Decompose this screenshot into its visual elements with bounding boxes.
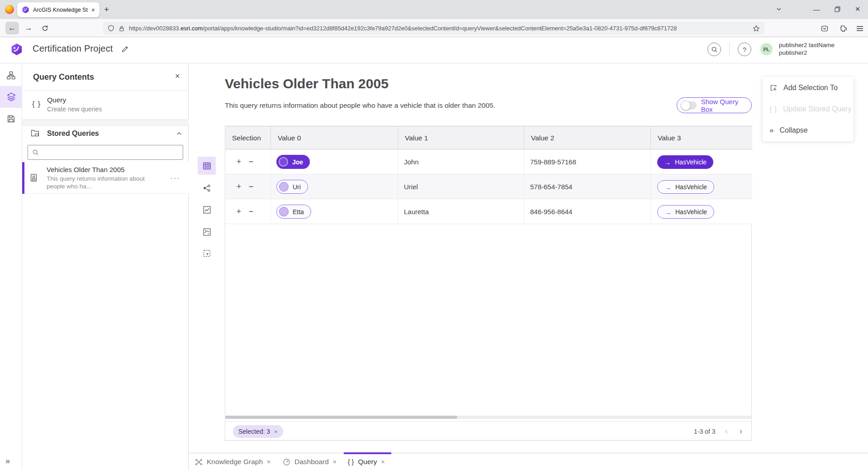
map-view-icon[interactable] (198, 223, 216, 241)
selected-count-chip[interactable]: Selected: 3 × (233, 425, 283, 438)
window-minimize-button[interactable]: — (806, 0, 827, 18)
col-header-value2[interactable]: Value 2 (524, 126, 650, 150)
query-description: This query returns information about peo… (225, 101, 495, 110)
url-bar[interactable]: https://dev0028833.esri.com/portal/apps/… (103, 22, 764, 35)
col-header-value1[interactable]: Value 1 (398, 126, 524, 150)
dashboard-gauge-icon (283, 458, 290, 466)
search-input[interactable] (43, 146, 181, 159)
table-row[interactable]: + − Joe John 759-889-57168 →HasVehicle (225, 149, 752, 174)
item-options-ellipsis[interactable]: ··· (171, 174, 180, 182)
header-search-button[interactable] (707, 43, 721, 56)
table-view-icon[interactable] (198, 157, 216, 175)
tab-close-icon[interactable]: × (333, 458, 337, 465)
panel-header: Query Contents × (22, 63, 189, 91)
stored-query-title: Vehicles Older Than 2005 (47, 166, 124, 173)
tab-close-icon[interactable]: × (381, 458, 384, 465)
add-to-selection-button[interactable]: + (233, 199, 244, 224)
relationship-pill[interactable]: →HasVehicle (657, 155, 713, 169)
panel-title: Query Contents (33, 72, 94, 82)
project-title: Certification Project (33, 43, 113, 54)
braces-icon: { } (348, 458, 354, 465)
show-query-box-toggle[interactable]: Show Query Box (677, 97, 752, 113)
cell-value1[interactable]: Uriel (404, 174, 418, 199)
pocket-icon[interactable] (818, 22, 831, 35)
extensions-puzzle-icon[interactable] (837, 22, 850, 35)
window-restore-button[interactable] (827, 0, 848, 18)
entity-dot-icon (279, 182, 289, 192)
cell-value1[interactable]: Lauretta (404, 199, 429, 224)
tab-dashboard[interactable]: Dashboard × (283, 453, 337, 470)
toggle-knob[interactable] (681, 101, 691, 110)
col-header-selection[interactable]: Selection (225, 126, 270, 150)
stored-queries-searchbox[interactable] (28, 145, 183, 160)
hamburger-menu-icon[interactable] (853, 22, 867, 35)
page-next-button[interactable]: › (735, 425, 747, 437)
tab-close-icon[interactable]: × (91, 7, 95, 13)
browser-tab-strip: ArcGIS Knowledge Studio × + — × (0, 0, 868, 19)
remove-from-selection-button[interactable]: − (246, 174, 256, 199)
tab-knowledge-graph[interactable]: Knowledge Graph × (195, 453, 270, 470)
help-button[interactable]: ? (738, 43, 751, 56)
chart-view-icon[interactable] (198, 201, 216, 219)
clear-selection-icon[interactable]: × (274, 428, 278, 435)
query-create-item[interactable]: { } Query Create new queries (22, 91, 189, 120)
page-prev-button[interactable]: ‹ (721, 425, 732, 437)
menu-item-add-selection-to[interactable]: Add Selection To (763, 77, 854, 98)
link-chart-icon[interactable] (198, 179, 216, 197)
braces-icon: { } (769, 105, 777, 113)
cell-value1[interactable]: John (404, 149, 419, 174)
col-header-value3[interactable]: Value 3 (650, 126, 752, 150)
reload-button[interactable] (38, 22, 52, 34)
expand-rail-chevrons[interactable]: » (5, 456, 10, 466)
cell-value2[interactable]: 759-889-57168 (530, 149, 576, 174)
window-close-button[interactable]: × (847, 0, 868, 18)
query-item-subtitle: Create new queries (47, 106, 102, 113)
entity-pill[interactable]: Etta (276, 205, 311, 219)
add-to-selection-button[interactable]: + (233, 149, 244, 174)
tab-favicon-icon (22, 6, 29, 14)
double-chevron-icon: » (769, 126, 773, 135)
back-button[interactable]: ← (5, 22, 19, 34)
table-footer: Selected: 3 × 1-3 of 3 ‹ › (225, 421, 752, 441)
stored-queries-title: Stored Queries (47, 129, 99, 138)
table-row[interactable]: + − Etta Lauretta 846-956-8644 →HasVehic… (225, 199, 752, 224)
scrollbar-thumb[interactable] (225, 416, 457, 419)
stored-queries-header[interactable]: Stored Queries (22, 126, 189, 142)
padlock-icon[interactable] (119, 25, 125, 32)
cell-value2[interactable]: 846-956-8644 (530, 199, 572, 224)
forward-button[interactable]: → (22, 22, 35, 34)
data-model-sitemap-icon[interactable] (0, 64, 22, 86)
new-tab-button[interactable]: + (104, 5, 109, 14)
panel-gap (22, 120, 189, 126)
menu-item-collapse[interactable]: » Collapse (763, 120, 854, 141)
contents-layers-icon[interactable] (0, 86, 22, 108)
col-header-value0[interactable]: Value 0 (270, 126, 398, 150)
tab-list-chevron-icon[interactable] (768, 0, 789, 18)
relationship-pill[interactable]: →HasVehicle (657, 180, 714, 194)
url-text[interactable]: https://dev0028833.esri.com/portal/apps/… (129, 25, 749, 32)
cell-value2[interactable]: 578-654-7854 (530, 174, 572, 199)
entity-pill[interactable]: Uri (276, 180, 308, 194)
browser-tab[interactable]: ArcGIS Knowledge Studio × (17, 2, 100, 17)
edit-pencil-icon[interactable] (121, 45, 129, 53)
bookmark-star-icon[interactable] (753, 25, 760, 32)
entity-pill[interactable]: Joe (276, 155, 310, 169)
save-floppy-icon[interactable] (0, 108, 22, 129)
firefox-icon[interactable] (5, 5, 14, 14)
arrow-right-icon: → (664, 183, 671, 191)
horizontal-scrollbar[interactable] (225, 416, 752, 419)
shield-icon[interactable] (108, 25, 114, 32)
tab-query[interactable]: { } Query × (348, 453, 385, 470)
table-row[interactable]: + − Uri Uriel 578-654-7854 →HasVehicle (225, 174, 752, 199)
chevron-up-icon[interactable] (176, 130, 182, 137)
panel-close-icon[interactable]: × (175, 72, 180, 81)
select-tool-icon[interactable] (198, 244, 216, 262)
toggle-track[interactable] (682, 101, 697, 110)
remove-from-selection-button[interactable]: − (246, 199, 256, 224)
add-to-selection-button[interactable]: + (233, 174, 244, 199)
remove-from-selection-button[interactable]: − (246, 149, 256, 174)
relationship-pill[interactable]: →HasVehicle (657, 205, 714, 219)
stored-query-item[interactable]: Vehicles Older Than 2005 This query retu… (22, 162, 189, 194)
user-avatar[interactable]: PL (760, 43, 773, 55)
tab-close-icon[interactable]: × (267, 458, 270, 465)
